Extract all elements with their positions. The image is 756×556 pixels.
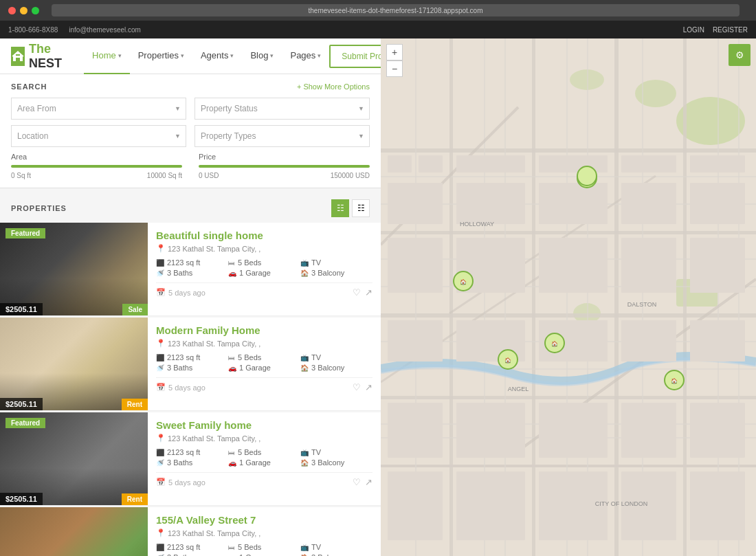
area-from-select[interactable]: Area From [11, 98, 186, 120]
bath-icon: 🚿 [156, 364, 164, 372]
property-title-3[interactable]: Sweet Family home [156, 419, 373, 431]
nav-item-blog[interactable]: Blog ▾ [242, 38, 282, 74]
svg-text:ANGEL: ANGEL [508, 386, 529, 392]
grid-view-button[interactable]: ☷ [352, 199, 370, 217]
svg-rect-11 [449, 38, 453, 556]
share-icon-1[interactable]: ↗ [365, 287, 373, 298]
baths-feature: 🚿3 Baths [156, 364, 228, 372]
beds-feature: 🛏5 Beds [228, 258, 300, 267]
nav-blog-caret: ▾ [270, 52, 274, 59]
svg-rect-49 [621, 238, 676, 293]
beds-icon: 🛏 [228, 354, 235, 362]
svg-rect-6 [381, 148, 756, 153]
left-panel: The NEST Home ▾ Properties ▾ Agents ▾ Bl… [0, 38, 381, 556]
property-title-4[interactable]: 155/A Valley Street 7 [156, 514, 373, 526]
property-footer-2: 📅 5 days ago ♡ ↗ [156, 377, 373, 392]
nav-pages-label: Pages [290, 50, 315, 60]
location-pin-icon: 📍 [156, 434, 166, 443]
svg-rect-45 [690, 183, 745, 224]
price-slider-group: Price 0 USD 150000 USD [199, 153, 370, 179]
property-status-select[interactable]: Property Status [194, 98, 370, 120]
nav-blog-label: Blog [250, 50, 268, 60]
svg-rect-50 [690, 238, 745, 293]
browser-address-bar[interactable]: themeveseel-items-dot-themeforest-171208… [52, 4, 740, 16]
property-title-2[interactable]: Modern Family Home [156, 324, 373, 336]
list-view-button[interactable]: ☷ [331, 199, 349, 217]
favorite-icon-1[interactable]: ♡ [353, 287, 361, 298]
nav-items: Home ▾ Properties ▾ Agents ▾ Blog ▾ Page… [84, 38, 329, 74]
svg-rect-15 [381, 176, 756, 177]
search-header: SEARCH + Show More Options [11, 82, 370, 91]
favorite-icon-3[interactable]: ♡ [353, 477, 361, 487]
sqft-icon: ⬛ [156, 354, 164, 362]
property-info-1: Beautiful single home 📍 123 Kathal St. T… [148, 223, 381, 315]
property-date-3: 📅 5 days ago [156, 478, 205, 487]
search-row-1: Area From Property Status [11, 98, 370, 120]
price-tag-3: $2505.11 [0, 493, 43, 505]
browser-minimize-dot[interactable] [20, 7, 27, 14]
nav-item-properties[interactable]: Properties ▾ [130, 38, 192, 74]
slider-row: Area 0 Sq ft 10000 Sq ft Price 0 USD 150… [11, 153, 370, 179]
property-types-select[interactable]: Property Types [194, 125, 370, 147]
top-bar: 1-800-666-8X88 info@themeveseel.com LOGI… [0, 21, 756, 38]
baths-feature: 🚿3 Baths [156, 269, 228, 277]
property-features-3: ⬛2123 sq ft 🛏5 Beds 📺TV 🚿3 Baths 🚗1 Gara… [156, 448, 373, 467]
share-icon-3[interactable]: ↗ [365, 477, 373, 487]
property-card-1: Featured $2505.11 Sale Beautiful single … [0, 223, 381, 316]
svg-rect-13 [614, 38, 619, 556]
price-label: Price [199, 153, 370, 161]
login-link[interactable]: LOGIN [683, 26, 704, 34]
property-address-1: 📍 123 Kathal St. Tampa City, , [156, 244, 373, 253]
garage-icon: 🚗 [228, 554, 236, 557]
nav-item-pages[interactable]: Pages ▾ [282, 38, 329, 74]
beds-feature: 🛏5 Beds [228, 543, 300, 551]
share-icon-2[interactable]: ↗ [365, 382, 373, 392]
favorite-icon-2[interactable]: ♡ [353, 382, 361, 392]
sqft-icon: ⬛ [156, 449, 164, 456]
main-container: The NEST Home ▾ Properties ▾ Agents ▾ Bl… [0, 38, 756, 556]
area-slider-track[interactable] [11, 165, 182, 168]
balcony-icon: 🏠 [300, 364, 309, 372]
nav-properties-caret: ▾ [181, 52, 184, 59]
price-slider-track[interactable] [199, 165, 370, 168]
property-footer-3: 📅 5 days ago ♡ ↗ [156, 472, 373, 487]
tv-icon: 📺 [300, 449, 309, 456]
sqft-feature: ⬛2123 sq ft [156, 258, 228, 267]
tv-feature: 📺TV [300, 543, 373, 551]
show-more-options[interactable]: + Show More Options [297, 82, 370, 91]
property-types-wrap: Property Types [194, 125, 370, 147]
balcony-icon: 🏠 [300, 554, 309, 557]
email-address: info@themeveseel.com [69, 26, 141, 34]
logo[interactable]: The NEST [11, 42, 67, 71]
price-tag-1: $2505.11 [0, 303, 43, 315]
property-address-4: 📍 123 Kathal St. Tampa City, , [156, 529, 373, 537]
tv-icon: 📺 [300, 259, 309, 267]
browser-close-dot[interactable] [8, 7, 16, 14]
nav-home-label: Home [92, 50, 116, 60]
logo-icon [11, 47, 25, 66]
svg-rect-20 [381, 368, 756, 370]
location-select[interactable]: Location [11, 125, 186, 147]
location-pin-icon: 📍 [156, 339, 166, 348]
svg-text:HOLLOWAY: HOLLOWAY [460, 221, 494, 227]
svg-rect-62 [456, 471, 525, 540]
svg-rect-54 [621, 320, 676, 362]
submit-property-button[interactable]: Submit Property [329, 45, 381, 68]
property-card-3: Featured $2505.11 Rent Sweet Family home… [0, 412, 381, 506]
nav-item-agents[interactable]: Agents ▾ [192, 38, 242, 74]
price-range-text: 0 USD 150000 USD [199, 172, 370, 179]
svg-text:🏠: 🏠 [551, 340, 558, 347]
map-settings-button[interactable]: ⚙ [729, 44, 751, 66]
browser-maximize-dot[interactable] [32, 7, 39, 14]
property-title-1[interactable]: Beautiful single home [156, 230, 373, 241]
register-link[interactable]: REGISTER [713, 26, 748, 34]
area-from-wrap: Area From [11, 98, 186, 120]
nav-item-home[interactable]: Home ▾ [84, 38, 130, 74]
map-zoom-out[interactable]: − [386, 60, 403, 77]
logo-the: The [29, 42, 51, 56]
beds-feature: 🛏5 Beds [228, 353, 300, 362]
map-section[interactable]: HOLLOWAY DALSTON ANGEL CITY OF LONDON 🏠 … [381, 38, 756, 556]
map-zoom-in[interactable]: + [386, 44, 403, 60]
properties-title: PROPERTIES [11, 204, 67, 212]
svg-rect-10 [381, 465, 756, 467]
